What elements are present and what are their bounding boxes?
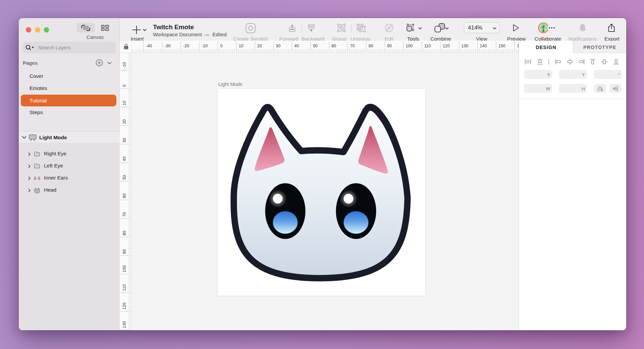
svg-text:40: 40 bbox=[122, 156, 127, 161]
svg-text:-10: -10 bbox=[202, 44, 208, 48]
svg-text:90: 90 bbox=[122, 249, 127, 254]
svg-text:70: 70 bbox=[350, 44, 355, 48]
svg-text:100: 100 bbox=[122, 265, 127, 272]
svg-text:-40: -40 bbox=[146, 44, 152, 48]
svg-text:50: 50 bbox=[313, 44, 318, 48]
svg-text:50: 50 bbox=[122, 175, 127, 180]
svg-text:110: 110 bbox=[424, 44, 431, 48]
svg-text:150: 150 bbox=[498, 44, 505, 48]
svg-text:20: 20 bbox=[122, 119, 127, 124]
svg-text:80: 80 bbox=[122, 231, 127, 235]
svg-text:20: 20 bbox=[257, 44, 262, 48]
svg-text:120: 120 bbox=[443, 44, 450, 48]
svg-text:130: 130 bbox=[461, 44, 468, 48]
svg-text:-20: -20 bbox=[183, 44, 189, 48]
svg-text:30: 30 bbox=[122, 138, 127, 143]
svg-text:-10: -10 bbox=[122, 62, 127, 68]
svg-text:70: 70 bbox=[122, 212, 127, 217]
svg-text:60: 60 bbox=[331, 44, 336, 48]
svg-text:0: 0 bbox=[220, 44, 222, 48]
svg-text:0: 0 bbox=[122, 85, 127, 87]
svg-text:60: 60 bbox=[122, 194, 127, 198]
svg-text:130: 130 bbox=[122, 321, 127, 328]
svg-text:40: 40 bbox=[294, 44, 299, 48]
svg-text:100: 100 bbox=[406, 44, 413, 48]
svg-text:30: 30 bbox=[276, 44, 280, 48]
svg-text:10: 10 bbox=[122, 101, 127, 105]
svg-text:-30: -30 bbox=[165, 44, 171, 48]
svg-text:120: 120 bbox=[122, 303, 127, 310]
svg-text:140: 140 bbox=[480, 44, 487, 48]
svg-text:10: 10 bbox=[239, 44, 244, 48]
svg-text:90: 90 bbox=[387, 44, 392, 48]
svg-text:80: 80 bbox=[369, 44, 373, 48]
svg-text:110: 110 bbox=[122, 284, 127, 291]
